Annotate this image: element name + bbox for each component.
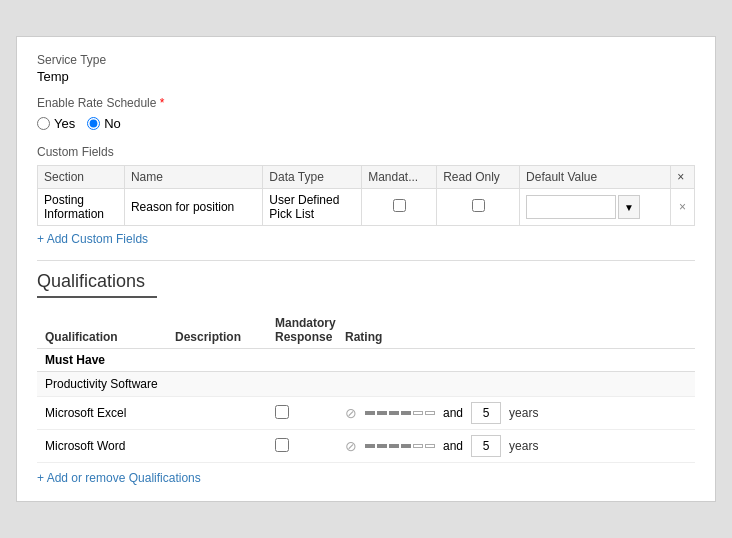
qual-rating-excel: ⊘ and years xyxy=(337,397,695,430)
group-header-label: Must Have xyxy=(37,349,695,372)
and-label-word: and xyxy=(443,439,463,453)
seg1w xyxy=(365,444,375,448)
seg3 xyxy=(389,411,399,415)
cf-remove-cell[interactable]: × xyxy=(671,189,695,226)
years-label-excel: years xyxy=(509,406,538,420)
qual-mandatory-word[interactable] xyxy=(267,430,337,463)
cf-readonly-checkbox[interactable] xyxy=(472,199,485,212)
rating-slider-word: ⊘ and years xyxy=(345,435,687,457)
qual-rating-word: ⊘ and years xyxy=(337,430,695,463)
add-custom-fields-link[interactable]: + Add Custom Fields xyxy=(37,232,148,246)
no-icon-excel: ⊘ xyxy=(345,405,357,421)
cf-name-cell: Reason for position xyxy=(124,189,262,226)
seg1 xyxy=(365,411,375,415)
qual-col-qualification: Qualification xyxy=(37,312,167,349)
seg6 xyxy=(425,411,435,415)
qual-col-mandatory-response: Mandatory Response xyxy=(267,312,337,349)
cf-mandatory-checkbox[interactable] xyxy=(393,199,406,212)
qual-row-word: Microsoft Word ⊘ xyxy=(37,430,695,463)
radio-no[interactable]: No xyxy=(87,116,121,131)
qualifications-title: Qualifications xyxy=(37,271,695,292)
rating-slider-excel: ⊘ and years xyxy=(345,402,687,424)
qual-mandatory-checkbox-excel[interactable] xyxy=(275,405,289,419)
radio-no-label: No xyxy=(104,116,121,131)
seg5w xyxy=(413,444,423,448)
slider-bar-excel xyxy=(365,411,435,415)
qual-name-excel: Microsoft Excel xyxy=(37,397,167,430)
custom-fields-table: Section Name Data Type Mandat... Read On… xyxy=(37,165,695,226)
no-icon-word: ⊘ xyxy=(345,438,357,454)
add-remove-qualifications-link[interactable]: + Add or remove Qualifications xyxy=(37,471,201,485)
cf-col-default: Default Value xyxy=(520,166,671,189)
cf-default-input[interactable] xyxy=(526,195,616,219)
cf-readonly-cell[interactable] xyxy=(437,189,520,226)
qualifications-table: Qualification Description Mandatory Resp… xyxy=(37,312,695,463)
enable-rate-schedule-group: Yes No xyxy=(37,116,695,131)
qual-col-description: Description xyxy=(167,312,267,349)
seg2 xyxy=(377,411,387,415)
subgroup-header-label: Productivity Software xyxy=(37,372,695,397)
qualifications-section: Qualifications Qualification Description… xyxy=(37,260,695,485)
cf-col-name: Name xyxy=(124,166,262,189)
qual-mandatory-checkbox-word[interactable] xyxy=(275,438,289,452)
service-type-label: Service Type xyxy=(37,53,695,67)
custom-fields-label: Custom Fields xyxy=(37,145,695,159)
qual-desc-word xyxy=(167,430,267,463)
years-label-word: years xyxy=(509,439,538,453)
seg4w xyxy=(401,444,411,448)
main-container: Service Type Temp Enable Rate Schedule *… xyxy=(16,36,716,502)
slider-bar-word xyxy=(365,444,435,448)
required-asterisk: * xyxy=(160,96,165,110)
seg2w xyxy=(377,444,387,448)
qualifications-underline xyxy=(37,296,157,298)
seg3w xyxy=(389,444,399,448)
qual-row-excel: Microsoft Excel ⊘ xyxy=(37,397,695,430)
cf-col-section: Section xyxy=(38,166,125,189)
seg6w xyxy=(425,444,435,448)
cf-default-dropdown: ▼ xyxy=(526,195,664,219)
radio-yes[interactable]: Yes xyxy=(37,116,75,131)
subgroup-header-productivity: Productivity Software xyxy=(37,372,695,397)
cf-default-cell: ▼ xyxy=(520,189,671,226)
cf-section-cell: PostingInformation xyxy=(38,189,125,226)
group-header-must-have: Must Have xyxy=(37,349,695,372)
enable-rate-schedule-label: Enable Rate Schedule * xyxy=(37,96,695,110)
cf-datatype-cell: User DefinedPick List xyxy=(263,189,362,226)
cf-col-readonly: Read Only xyxy=(437,166,520,189)
radio-yes-label: Yes xyxy=(54,116,75,131)
cf-mandatory-cell[interactable] xyxy=(362,189,437,226)
seg4 xyxy=(401,411,411,415)
qual-col-rating: Rating xyxy=(337,312,695,349)
custom-fields-section: Custom Fields Section Name Data Type Man… xyxy=(37,145,695,246)
qual-desc-excel xyxy=(167,397,267,430)
cf-dropdown-btn[interactable]: ▼ xyxy=(618,195,640,219)
qual-mandatory-excel[interactable] xyxy=(267,397,337,430)
years-input-excel[interactable] xyxy=(471,402,501,424)
service-type-value: Temp xyxy=(37,69,695,84)
cf-col-mandatory: Mandat... xyxy=(362,166,437,189)
and-label-excel: and xyxy=(443,406,463,420)
years-input-word[interactable] xyxy=(471,435,501,457)
table-row: PostingInformation Reason for position U… xyxy=(38,189,695,226)
qual-table-header-row: Qualification Description Mandatory Resp… xyxy=(37,312,695,349)
cf-col-datatype: Data Type xyxy=(263,166,362,189)
cf-col-remove: × xyxy=(671,166,695,189)
qual-name-word: Microsoft Word xyxy=(37,430,167,463)
seg5 xyxy=(413,411,423,415)
